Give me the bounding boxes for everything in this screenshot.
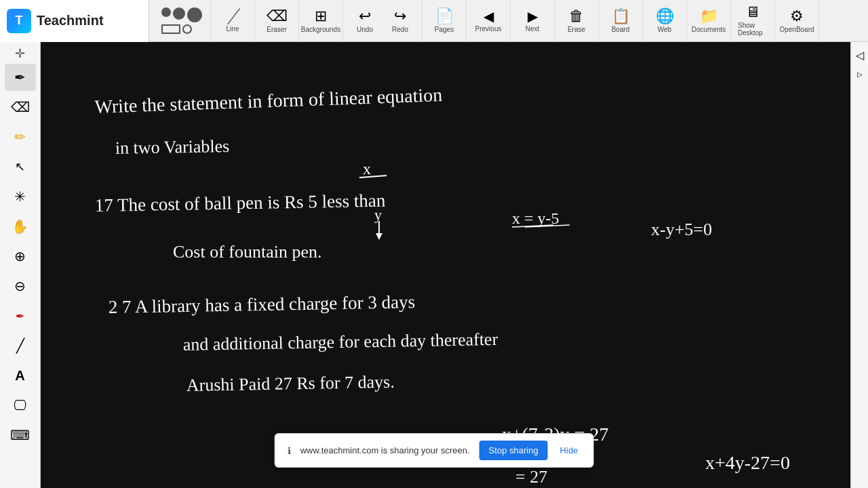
hand-tool[interactable]: ✋ xyxy=(5,213,36,240)
eraser-side-icon: ⌫ xyxy=(11,99,30,115)
show-desktop-label: Show Desktop xyxy=(738,22,768,37)
select-tool[interactable]: ↖ xyxy=(5,153,36,180)
openboard-btn[interactable]: ⚙ OpenBoard xyxy=(779,3,814,39)
pen-icon: ✒ xyxy=(14,69,26,85)
line-tool-group: ╱ Line xyxy=(211,0,255,42)
handwriting-canvas: Write the statement in form of linear eq… xyxy=(41,42,850,488)
hand-icon: ✋ xyxy=(12,218,28,235)
highlight-icon: ✏ xyxy=(14,129,26,145)
line-icon: ╱ xyxy=(229,9,237,23)
shape-selector-group xyxy=(153,0,211,42)
backgrounds-label: Backgrounds xyxy=(301,26,340,33)
previous-btn[interactable]: ◀ Previous xyxy=(471,3,506,39)
undo-btn[interactable]: ↩ Undo xyxy=(347,3,382,39)
right-sidebar: ◁ ▷ xyxy=(850,42,868,488)
web-label: Web xyxy=(658,26,671,33)
redo-icon: ↪ xyxy=(394,9,406,24)
star-tool[interactable]: ✳ xyxy=(5,183,36,210)
stop-sharing-button[interactable]: Stop sharing xyxy=(479,441,548,460)
highlight-tool[interactable]: ✏ xyxy=(5,123,36,150)
line-draw-tool[interactable]: ╱ xyxy=(5,332,36,359)
web-icon: 🌐 xyxy=(656,9,674,24)
backgrounds-icon: ⊞ xyxy=(315,9,327,24)
next-label: Next xyxy=(526,25,540,33)
toolbar: T Teachmint ╱ Line xyxy=(0,0,868,42)
keyboard-tool[interactable]: ⌨ xyxy=(5,422,36,449)
laser-tool[interactable]: ✒ xyxy=(5,302,36,329)
zoom-plus-icon: ⊕ xyxy=(14,248,26,264)
eraser-icon: ⌫ xyxy=(267,9,288,24)
line-label: Line xyxy=(226,25,239,33)
canvas-area[interactable]: Write the statement in form of linear eq… xyxy=(41,42,850,488)
shape-options xyxy=(157,5,206,37)
right-collapse-btn[interactable]: ▷ xyxy=(852,66,867,81)
pages-btn[interactable]: 📄 Pages xyxy=(427,3,462,39)
eraser-btn[interactable]: ⌫ Eraser xyxy=(259,3,294,39)
shape-row-2 xyxy=(161,24,202,34)
line-draw-icon: ╱ xyxy=(16,338,24,354)
undo-icon: ↩ xyxy=(359,9,371,24)
svg-text:2 7  A library   has  a fixed : 2 7 A library has a fixed charge for 3 d… xyxy=(108,291,416,317)
text-tool[interactable]: A xyxy=(5,362,36,389)
right-expand-btn[interactable]: ◁ xyxy=(852,47,867,62)
info-icon: ℹ xyxy=(288,445,291,456)
backgrounds-btn[interactable]: ⊞ Backgrounds xyxy=(303,3,338,39)
svg-text:x: x xyxy=(363,160,371,178)
svg-text:Cost  of   fountain pen.: Cost of fountain pen. xyxy=(173,242,322,262)
openboard-group: ⚙ OpenBoard xyxy=(775,0,819,42)
redo-btn[interactable]: ↪ Redo xyxy=(382,3,418,39)
previous-label: Previous xyxy=(475,25,502,33)
show-desktop-btn[interactable]: 🖥 Show Desktop xyxy=(735,3,770,39)
openboard-label: OpenBoard xyxy=(779,26,814,33)
notification-text: www.teachmint.com is sharing your screen… xyxy=(300,445,470,455)
erase-btn[interactable]: 🗑 Erase xyxy=(559,3,594,39)
shape-dot-small[interactable] xyxy=(161,7,171,17)
screen-tool[interactable]: 🖵 xyxy=(5,392,36,419)
web-btn[interactable]: 🌐 Web xyxy=(647,3,682,39)
shape-dot-large[interactable] xyxy=(187,7,202,22)
erase-label: Erase xyxy=(568,26,585,33)
hide-button[interactable]: Hide xyxy=(557,441,581,460)
documents-label: Documents xyxy=(692,26,726,33)
logo-area: T Teachmint xyxy=(0,0,149,42)
next-btn[interactable]: ▶ Next xyxy=(515,3,550,39)
previous-icon: ◀ xyxy=(484,9,494,23)
select-icon: ↖ xyxy=(15,159,25,174)
line-tool-btn[interactable]: ╱ Line xyxy=(215,3,250,39)
svg-marker-11 xyxy=(376,233,382,240)
board-btn[interactable]: 📋 Board xyxy=(603,3,638,39)
zoom-minus-tool[interactable]: ⊖ xyxy=(5,272,36,300)
web-group: 🌐 Web xyxy=(643,0,687,42)
shape-circ[interactable] xyxy=(182,24,192,34)
shape-rect[interactable] xyxy=(161,24,180,34)
logo-text: Teachmint xyxy=(37,13,104,28)
undo-label: Undo xyxy=(357,26,373,33)
svg-text:Arushi  Paid  27  Rs  for  7  : Arushi Paid 27 Rs for 7 days. xyxy=(186,372,395,395)
show-desktop-group: 🖥 Show Desktop xyxy=(731,0,775,42)
openboard-icon: ⚙ xyxy=(790,9,804,24)
erase-group: 🗑 Erase xyxy=(555,0,599,42)
svg-text:and additional  charge  for  e: and additional charge for each day there… xyxy=(183,329,498,354)
pages-label: Pages xyxy=(435,26,454,33)
svg-text:y: y xyxy=(374,206,382,223)
svg-text:x = y-5: x = y-5 xyxy=(512,209,559,227)
eraser-label: Eraser xyxy=(267,26,286,33)
svg-text:in two Variables: in two Variables xyxy=(115,136,230,158)
pages-group: 📄 Pages xyxy=(422,0,467,42)
svg-text:x-y+5=0: x-y+5=0 xyxy=(651,220,712,239)
shape-dot-medium[interactable] xyxy=(173,7,185,20)
left-sidebar: ✛ ✒ ⌫ ✏ ↖ ✳ ✋ ⊕ ⊖ ✒ ╱ A 🖵 ⌨ xyxy=(0,42,41,488)
svg-text:x+4y-27=0: x+4y-27=0 xyxy=(705,452,790,473)
board-icon: 📋 xyxy=(612,9,630,24)
logo-icon: T xyxy=(7,9,31,33)
shape-row-1 xyxy=(161,7,202,22)
zoom-plus-tool[interactable]: ⊕ xyxy=(5,243,36,270)
documents-icon: 📁 xyxy=(700,9,718,24)
pages-icon: 📄 xyxy=(435,9,454,24)
documents-btn[interactable]: 📁 Documents xyxy=(691,3,726,39)
next-icon: ▶ xyxy=(528,9,538,23)
eraser-side-tool[interactable]: ⌫ xyxy=(5,94,36,121)
documents-group: 📁 Documents xyxy=(687,0,731,42)
pen-tool[interactable]: ✒ xyxy=(5,64,36,91)
star-icon: ✳ xyxy=(14,188,26,205)
